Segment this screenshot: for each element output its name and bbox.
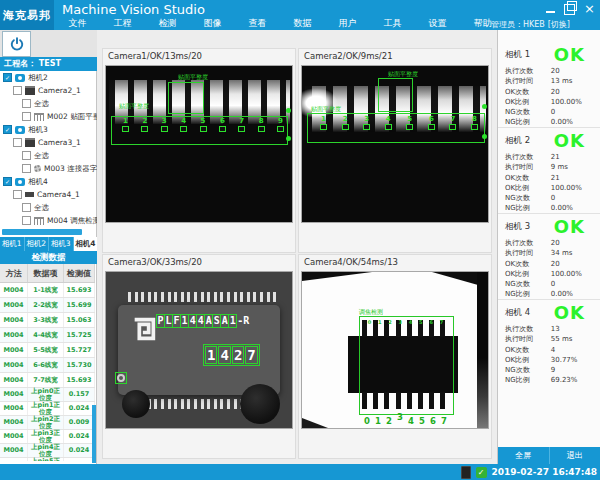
menu-item-1[interactable]: 文件 bbox=[55, 17, 100, 30]
table-row[interactable]: M0045-5线宽15.727 bbox=[0, 343, 95, 358]
exit-button[interactable]: 退出 bbox=[549, 447, 600, 464]
cell: 上pin1正位度 bbox=[28, 402, 64, 415]
camera-tabs: 相机1相机2相机3相机4 bbox=[0, 237, 97, 251]
tree-item[interactable]: 相机2 bbox=[0, 71, 97, 84]
tree-item[interactable]: Camera3_1 bbox=[0, 136, 97, 149]
tree-item[interactable]: Camera4_1 bbox=[0, 188, 97, 201]
table-row[interactable]: M0047-7线宽15.693 bbox=[0, 373, 95, 388]
roi-box bbox=[378, 78, 413, 112]
stat-label: NG比例 bbox=[505, 117, 551, 127]
table-row[interactable]: M004上pin0正位度0.157 bbox=[0, 388, 95, 402]
power-button[interactable] bbox=[2, 31, 31, 57]
tree-item-label: Camera3_1 bbox=[38, 138, 81, 147]
fullscreen-button[interactable]: 全屏 bbox=[498, 447, 549, 464]
overlay-label: 调焦检测 bbox=[359, 309, 383, 315]
table-row[interactable]: M0046-6线宽15.730 bbox=[0, 358, 95, 373]
tree-item[interactable]: M004 调焦检测 bbox=[0, 214, 97, 227]
checkbox[interactable] bbox=[22, 216, 31, 225]
stat-row: NG次数0 bbox=[505, 279, 593, 289]
device-icon bbox=[461, 466, 471, 479]
checkbox[interactable] bbox=[22, 151, 31, 160]
column-header: 检测值 bbox=[64, 264, 95, 282]
app-title: Machine Vision Studio bbox=[62, 2, 205, 17]
cell: 5-5线宽 bbox=[28, 343, 64, 357]
table-row[interactable]: M004上pin5正位度0.009 bbox=[0, 458, 95, 461]
close-icon[interactable] bbox=[584, 3, 595, 15]
menu-item-2[interactable]: 工程 bbox=[100, 17, 145, 30]
stat-row: 执行时间55 ms bbox=[505, 334, 593, 344]
cell: 上pin0正位度 bbox=[28, 388, 64, 401]
stat-value: 9 bbox=[551, 365, 593, 375]
restore-icon[interactable] bbox=[564, 4, 575, 15]
checkbox[interactable] bbox=[13, 190, 22, 199]
image-corner-shadow bbox=[302, 418, 328, 428]
image-icon bbox=[25, 86, 35, 95]
stat-label: OK次数 bbox=[505, 259, 551, 269]
menu-item-9[interactable]: 设置 bbox=[415, 17, 460, 30]
menu-item-7[interactable]: 用户 bbox=[325, 17, 370, 30]
checkbox[interactable] bbox=[3, 177, 12, 186]
tab-camera-2[interactable]: 相机2 bbox=[25, 237, 50, 251]
camera2-image: 贴面平整度 贴面平整度 12345678 bbox=[301, 65, 489, 223]
stat-label: 执行次数 bbox=[505, 152, 551, 162]
stat-value: 20 bbox=[551, 259, 593, 269]
checkbox[interactable] bbox=[22, 99, 31, 108]
table-row[interactable]: M004上pin1正位度0.024 bbox=[0, 402, 95, 416]
table-row[interactable]: M004上pin4正位度0.024 bbox=[0, 444, 95, 458]
menu-item-4[interactable]: 图像 bbox=[190, 17, 235, 30]
tree-item-label: M002 贴面平整度 bbox=[47, 112, 97, 122]
fixture-hole bbox=[122, 390, 150, 418]
tree-item[interactable]: 全选 bbox=[0, 97, 97, 110]
pin-number: 6 bbox=[429, 319, 432, 325]
column-header: 方法 bbox=[0, 264, 28, 282]
checkbox[interactable] bbox=[22, 203, 31, 212]
stat-value: 100.00% bbox=[551, 97, 593, 107]
cell: M004 bbox=[0, 402, 28, 415]
tab-camera-4[interactable]: 相机4 bbox=[74, 237, 98, 251]
minimize-icon[interactable] bbox=[546, 4, 555, 14]
stat-value: 0 bbox=[551, 107, 593, 117]
checkbox[interactable] bbox=[13, 86, 22, 95]
pins-icon bbox=[34, 217, 44, 225]
tree-horizontal-scrollbar[interactable] bbox=[2, 229, 82, 235]
tree-item[interactable]: M003 连接器字符 bbox=[0, 162, 97, 175]
tree-item[interactable]: 全选 bbox=[0, 149, 97, 162]
table-row[interactable]: M0044-4线宽15.725 bbox=[0, 328, 95, 343]
cell: 7-7线宽 bbox=[28, 373, 64, 387]
cell: M004 bbox=[0, 343, 28, 357]
switch-user-link[interactable]: [切换] bbox=[548, 19, 570, 30]
stat-row: 执行次数20 bbox=[505, 238, 593, 248]
ic-chip: PLF144ASA1-R 1427 bbox=[118, 305, 280, 395]
tree-item[interactable]: Camera2_1 bbox=[0, 84, 97, 97]
table-row[interactable]: M004上pin3正位度0.024 bbox=[0, 430, 95, 444]
menu-item-8[interactable]: 工具 bbox=[370, 17, 415, 30]
pin-number: 6 bbox=[430, 416, 436, 426]
tab-camera-3[interactable]: 相机3 bbox=[49, 237, 74, 251]
tree-item-label: 全选 bbox=[34, 151, 49, 161]
tree-item[interactable]: 相机3 bbox=[0, 123, 97, 136]
tree-item[interactable]: 全选 bbox=[0, 201, 97, 214]
camera-1-stats: 相机 1OK执行次数20执行时间13 msOK次数20OK比例100.00%NG… bbox=[498, 42, 600, 128]
tab-camera-1[interactable]: 相机1 bbox=[0, 237, 25, 251]
table-row[interactable]: M0043-3线宽15.063 bbox=[0, 313, 95, 328]
checkbox[interactable] bbox=[22, 164, 31, 173]
table-row[interactable]: M0042-2线宽15.699 bbox=[0, 298, 95, 313]
menu-item-3[interactable]: 检测 bbox=[145, 17, 190, 30]
table-row[interactable]: M004上pin2正位度0.009 bbox=[0, 416, 95, 430]
stat-row: OK比例30.77% bbox=[505, 355, 593, 365]
checkbox[interactable] bbox=[13, 138, 22, 147]
table-vertical-scrollbar[interactable] bbox=[92, 405, 96, 463]
tree-item[interactable]: 相机4 bbox=[0, 175, 97, 188]
tree-item[interactable]: M002 贴面平整度 bbox=[0, 110, 97, 123]
stat-value: 0.00% bbox=[551, 203, 593, 213]
camera-2-stats: 相机 2OK执行次数21执行时间9 msOK次数21OK比例100.00%NG次… bbox=[498, 128, 600, 214]
status-ok-badge: OK bbox=[554, 304, 585, 322]
checkbox[interactable] bbox=[3, 73, 12, 82]
menu-item-5[interactable]: 查看 bbox=[235, 17, 280, 30]
checkbox[interactable] bbox=[3, 125, 12, 134]
table-row[interactable]: M0041-1线宽15.693 bbox=[0, 283, 95, 298]
menu-item-6[interactable]: 数据 bbox=[280, 17, 325, 30]
cell: M004 bbox=[0, 328, 28, 342]
checkbox[interactable] bbox=[22, 112, 31, 121]
cell: M004 bbox=[0, 430, 28, 443]
